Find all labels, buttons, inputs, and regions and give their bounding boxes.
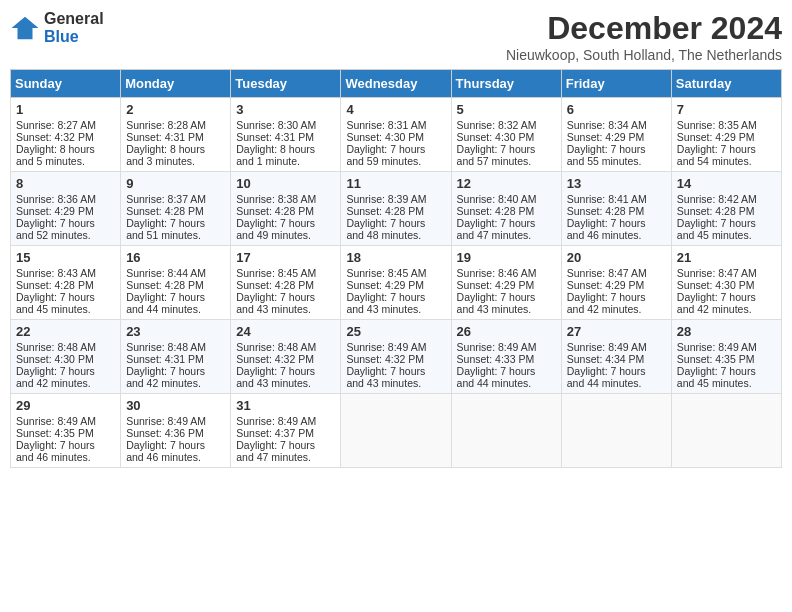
sunrise-text: Sunrise: 8:30 AM	[236, 119, 335, 131]
sunset-text: Sunset: 4:30 PM	[677, 279, 776, 291]
day-number: 12	[457, 176, 556, 191]
sunset-text: Sunset: 4:29 PM	[677, 131, 776, 143]
day-number: 3	[236, 102, 335, 117]
daylight-text: Daylight: 7 hours and 45 minutes.	[16, 291, 115, 315]
calendar-cell: 10Sunrise: 8:38 AMSunset: 4:28 PMDayligh…	[231, 172, 341, 246]
sunset-text: Sunset: 4:31 PM	[236, 131, 335, 143]
sunrise-text: Sunrise: 8:43 AM	[16, 267, 115, 279]
calendar-cell: 25Sunrise: 8:49 AMSunset: 4:32 PMDayligh…	[341, 320, 451, 394]
day-number: 27	[567, 324, 666, 339]
calendar-cell: 11Sunrise: 8:39 AMSunset: 4:28 PMDayligh…	[341, 172, 451, 246]
sunset-text: Sunset: 4:31 PM	[126, 353, 225, 365]
sunset-text: Sunset: 4:30 PM	[346, 131, 445, 143]
day-number: 31	[236, 398, 335, 413]
daylight-text: Daylight: 7 hours and 52 minutes.	[16, 217, 115, 241]
calendar-cell: 6Sunrise: 8:34 AMSunset: 4:29 PMDaylight…	[561, 98, 671, 172]
calendar-cell	[671, 394, 781, 468]
daylight-text: Daylight: 7 hours and 47 minutes.	[236, 439, 335, 463]
calendar-cell: 23Sunrise: 8:48 AMSunset: 4:31 PMDayligh…	[121, 320, 231, 394]
day-number: 2	[126, 102, 225, 117]
day-number: 10	[236, 176, 335, 191]
calendar-cell: 29Sunrise: 8:49 AMSunset: 4:35 PMDayligh…	[11, 394, 121, 468]
daylight-text: Daylight: 7 hours and 47 minutes.	[457, 217, 556, 241]
day-number: 16	[126, 250, 225, 265]
calendar-cell: 14Sunrise: 8:42 AMSunset: 4:28 PMDayligh…	[671, 172, 781, 246]
day-number: 20	[567, 250, 666, 265]
sunrise-text: Sunrise: 8:32 AM	[457, 119, 556, 131]
sunrise-text: Sunrise: 8:48 AM	[126, 341, 225, 353]
svg-marker-0	[12, 16, 39, 39]
sunset-text: Sunset: 4:32 PM	[16, 131, 115, 143]
daylight-text: Daylight: 7 hours and 55 minutes.	[567, 143, 666, 167]
calendar-week-row: 29Sunrise: 8:49 AMSunset: 4:35 PMDayligh…	[11, 394, 782, 468]
sunrise-text: Sunrise: 8:35 AM	[677, 119, 776, 131]
day-number: 17	[236, 250, 335, 265]
daylight-text: Daylight: 8 hours and 1 minute.	[236, 143, 335, 167]
calendar-cell: 21Sunrise: 8:47 AMSunset: 4:30 PMDayligh…	[671, 246, 781, 320]
sunrise-text: Sunrise: 8:37 AM	[126, 193, 225, 205]
calendar-cell: 26Sunrise: 8:49 AMSunset: 4:33 PMDayligh…	[451, 320, 561, 394]
calendar-cell: 5Sunrise: 8:32 AMSunset: 4:30 PMDaylight…	[451, 98, 561, 172]
calendar-cell	[341, 394, 451, 468]
day-header-monday: Monday	[121, 70, 231, 98]
day-header-thursday: Thursday	[451, 70, 561, 98]
calendar-cell: 8Sunrise: 8:36 AMSunset: 4:29 PMDaylight…	[11, 172, 121, 246]
sunset-text: Sunset: 4:29 PM	[16, 205, 115, 217]
daylight-text: Daylight: 7 hours and 59 minutes.	[346, 143, 445, 167]
daylight-text: Daylight: 7 hours and 43 minutes.	[457, 291, 556, 315]
calendar-cell: 24Sunrise: 8:48 AMSunset: 4:32 PMDayligh…	[231, 320, 341, 394]
daylight-text: Daylight: 7 hours and 42 minutes.	[16, 365, 115, 389]
sunset-text: Sunset: 4:28 PM	[126, 205, 225, 217]
daylight-text: Daylight: 7 hours and 43 minutes.	[346, 291, 445, 315]
day-number: 24	[236, 324, 335, 339]
day-number: 7	[677, 102, 776, 117]
sunset-text: Sunset: 4:28 PM	[236, 205, 335, 217]
daylight-text: Daylight: 7 hours and 54 minutes.	[677, 143, 776, 167]
sunrise-text: Sunrise: 8:41 AM	[567, 193, 666, 205]
sunset-text: Sunset: 4:29 PM	[346, 279, 445, 291]
daylight-text: Daylight: 7 hours and 48 minutes.	[346, 217, 445, 241]
day-number: 19	[457, 250, 556, 265]
sunrise-text: Sunrise: 8:48 AM	[16, 341, 115, 353]
daylight-text: Daylight: 7 hours and 42 minutes.	[567, 291, 666, 315]
sunset-text: Sunset: 4:34 PM	[567, 353, 666, 365]
sunrise-text: Sunrise: 8:49 AM	[126, 415, 225, 427]
sunset-text: Sunset: 4:35 PM	[677, 353, 776, 365]
day-number: 8	[16, 176, 115, 191]
logo-general-text: General	[44, 10, 104, 28]
sunrise-text: Sunrise: 8:31 AM	[346, 119, 445, 131]
calendar-header-row: SundayMondayTuesdayWednesdayThursdayFrid…	[11, 70, 782, 98]
daylight-text: Daylight: 7 hours and 43 minutes.	[236, 365, 335, 389]
calendar-cell: 1Sunrise: 8:27 AMSunset: 4:32 PMDaylight…	[11, 98, 121, 172]
calendar-cell: 30Sunrise: 8:49 AMSunset: 4:36 PMDayligh…	[121, 394, 231, 468]
daylight-text: Daylight: 7 hours and 43 minutes.	[236, 291, 335, 315]
daylight-text: Daylight: 7 hours and 46 minutes.	[16, 439, 115, 463]
day-number: 21	[677, 250, 776, 265]
sunrise-text: Sunrise: 8:36 AM	[16, 193, 115, 205]
calendar-week-row: 22Sunrise: 8:48 AMSunset: 4:30 PMDayligh…	[11, 320, 782, 394]
month-title: December 2024	[506, 10, 782, 47]
day-number: 25	[346, 324, 445, 339]
sunrise-text: Sunrise: 8:28 AM	[126, 119, 225, 131]
day-number: 13	[567, 176, 666, 191]
calendar-cell: 4Sunrise: 8:31 AMSunset: 4:30 PMDaylight…	[341, 98, 451, 172]
calendar-week-row: 15Sunrise: 8:43 AMSunset: 4:28 PMDayligh…	[11, 246, 782, 320]
sunset-text: Sunset: 4:28 PM	[126, 279, 225, 291]
calendar-week-row: 8Sunrise: 8:36 AMSunset: 4:29 PMDaylight…	[11, 172, 782, 246]
sunrise-text: Sunrise: 8:48 AM	[236, 341, 335, 353]
sunrise-text: Sunrise: 8:47 AM	[677, 267, 776, 279]
sunrise-text: Sunrise: 8:45 AM	[236, 267, 335, 279]
sunset-text: Sunset: 4:28 PM	[16, 279, 115, 291]
day-number: 14	[677, 176, 776, 191]
day-header-saturday: Saturday	[671, 70, 781, 98]
calendar-cell: 27Sunrise: 8:49 AMSunset: 4:34 PMDayligh…	[561, 320, 671, 394]
location-subtitle: Nieuwkoop, South Holland, The Netherland…	[506, 47, 782, 63]
sunset-text: Sunset: 4:31 PM	[126, 131, 225, 143]
day-number: 22	[16, 324, 115, 339]
sunset-text: Sunset: 4:29 PM	[457, 279, 556, 291]
daylight-text: Daylight: 7 hours and 46 minutes.	[126, 439, 225, 463]
sunrise-text: Sunrise: 8:34 AM	[567, 119, 666, 131]
sunset-text: Sunset: 4:35 PM	[16, 427, 115, 439]
day-number: 11	[346, 176, 445, 191]
daylight-text: Daylight: 7 hours and 49 minutes.	[236, 217, 335, 241]
